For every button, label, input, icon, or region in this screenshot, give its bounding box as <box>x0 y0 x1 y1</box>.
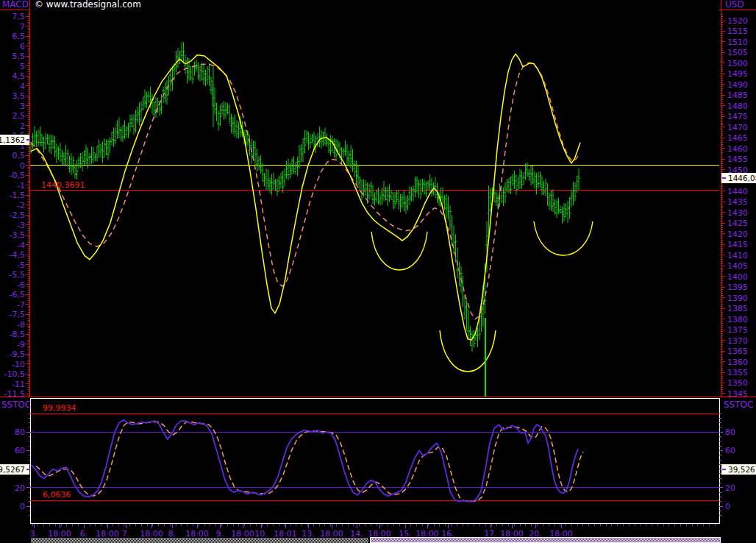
svg-text:0: 0 <box>20 161 25 171</box>
svg-text:1345: 1345 <box>727 389 748 399</box>
macd-value-box: 1,1362 <box>0 135 29 145</box>
svg-text:1430: 1430 <box>727 208 748 218</box>
svg-text:-6: -6 <box>17 280 25 290</box>
svg-text:1505: 1505 <box>727 48 748 57</box>
svg-text:5: 5 <box>20 62 25 71</box>
main-price-series <box>29 42 580 352</box>
svg-text:7,5: 7,5 <box>13 12 26 21</box>
usd-axis-title: USD <box>725 0 744 10</box>
svg-text:0: 0 <box>20 502 25 511</box>
stoch-bands <box>30 414 719 500</box>
scrollbar-track[interactable] <box>31 538 368 543</box>
svg-text:-11,5: -11,5 <box>4 389 25 399</box>
svg-text:-4: -4 <box>17 241 25 250</box>
svg-text:-3: -3 <box>17 221 25 230</box>
stoch-axes: 808060604040202000 <box>15 414 735 516</box>
left-axis-macd: 7,576,565,554,543,532,521,510,50-0,5-1-1… <box>4 12 30 399</box>
svg-text:-7,5: -7,5 <box>10 310 25 319</box>
stoch-lower-band-label: 6,0636 <box>43 491 71 500</box>
svg-text:-2,5: -2,5 <box>10 210 25 220</box>
price-value-box: 1446,08 <box>721 173 756 183</box>
svg-text:4,5: 4,5 <box>13 71 26 81</box>
sstoc-value-box-left: 39,5267 <box>0 464 29 475</box>
svg-text:1440: 1440 <box>727 187 748 196</box>
svg-text:-5,5: -5,5 <box>10 270 25 280</box>
svg-text:1485: 1485 <box>727 90 748 100</box>
svg-text:1470: 1470 <box>727 123 748 132</box>
svg-text:-9,5: -9,5 <box>10 349 25 359</box>
svg-text:0,5: 0,5 <box>13 151 26 160</box>
svg-text:-11: -11 <box>12 380 25 389</box>
svg-text:80: 80 <box>15 427 25 437</box>
svg-text:1385: 1385 <box>727 304 748 313</box>
svg-text:-10,5: -10,5 <box>4 369 25 379</box>
svg-text:1420: 1420 <box>727 230 748 239</box>
svg-text:1460: 1460 <box>727 144 748 154</box>
svg-text:20: 20 <box>725 483 735 493</box>
sstoc-value-marker-dash-left <box>26 469 30 470</box>
macd-axis-title: MACD <box>2 0 29 10</box>
svg-text:1415: 1415 <box>727 240 748 249</box>
svg-text:1365: 1365 <box>727 347 748 356</box>
svg-text:1490: 1490 <box>727 80 748 90</box>
svg-text:-2: -2 <box>17 201 25 210</box>
svg-text:6: 6 <box>20 42 25 52</box>
svg-text:-1,5: -1,5 <box>10 191 25 200</box>
svg-text:1500: 1500 <box>727 59 748 68</box>
svg-text:-1: -1 <box>17 181 25 191</box>
svg-text:2: 2 <box>20 121 25 131</box>
sstoc-value-box-right: 39,5267 <box>721 464 756 475</box>
svg-text:1355: 1355 <box>727 368 748 377</box>
svg-text:3: 3 <box>20 102 25 111</box>
svg-text:1405: 1405 <box>727 261 748 271</box>
svg-text:1425: 1425 <box>727 219 748 228</box>
svg-text:2,5: 2,5 <box>13 111 26 121</box>
svg-text:-6,5: -6,5 <box>10 290 25 299</box>
svg-text:6,5: 6,5 <box>13 32 26 41</box>
scrollbar-thumb[interactable] <box>370 537 721 543</box>
macd-signal-line <box>31 63 578 319</box>
svg-text:60: 60 <box>15 446 25 455</box>
svg-text:1390: 1390 <box>727 294 748 303</box>
svg-text:-5: -5 <box>17 260 25 270</box>
svg-text:1410: 1410 <box>727 251 748 260</box>
tradesignal-chart-window: 7,576,565,554,543,532,521,510,50-0,5-1-1… <box>0 0 756 543</box>
svg-text:1475: 1475 <box>727 112 748 121</box>
svg-text:1480: 1480 <box>727 102 748 111</box>
stoch-signal-line <box>36 422 583 501</box>
price-level-label: 1440,3691 <box>41 181 85 190</box>
svg-text:1380: 1380 <box>727 315 748 324</box>
svg-text:60: 60 <box>725 446 735 455</box>
svg-text:-8,5: -8,5 <box>10 330 25 339</box>
svg-text:1400: 1400 <box>727 272 748 282</box>
svg-text:-8: -8 <box>17 320 25 330</box>
svg-text:-0,5: -0,5 <box>10 171 25 180</box>
svg-text:-9: -9 <box>17 340 25 349</box>
copyright-text: © www.tradesignal.com <box>35 0 141 10</box>
sstoc-axis-title-right: SSTOC <box>724 400 753 410</box>
svg-text:1515: 1515 <box>727 26 748 36</box>
price-value-marker-dash <box>722 177 726 179</box>
svg-text:-4,5: -4,5 <box>10 250 25 260</box>
svg-text:1350: 1350 <box>727 378 748 388</box>
svg-text:0: 0 <box>725 502 730 511</box>
svg-text:1435: 1435 <box>727 197 748 207</box>
svg-text:1520: 1520 <box>727 16 748 26</box>
svg-text:1395: 1395 <box>727 283 748 292</box>
svg-text:7: 7 <box>20 22 25 32</box>
stoch-upper-band-label: 99,9934 <box>43 404 76 413</box>
svg-text:-7: -7 <box>17 300 25 310</box>
svg-text:1495: 1495 <box>727 69 748 79</box>
svg-text:1510: 1510 <box>727 38 748 47</box>
svg-text:1375: 1375 <box>727 325 748 335</box>
macd-value-marker-dash <box>26 139 30 141</box>
svg-text:-10: -10 <box>12 360 25 369</box>
svg-text:5,5: 5,5 <box>13 52 26 61</box>
svg-text:1465: 1465 <box>727 133 748 143</box>
chart-canvas[interactable]: 7,576,565,554,543,532,521,510,50-0,5-1-1… <box>0 0 756 543</box>
right-axis-price: 1345135013551360136513701375138013851390… <box>721 14 749 399</box>
svg-text:20: 20 <box>15 483 25 493</box>
svg-text:4: 4 <box>20 82 25 91</box>
sstoc-value-marker-dash-right <box>722 469 726 470</box>
svg-text:-3,5: -3,5 <box>10 230 25 240</box>
